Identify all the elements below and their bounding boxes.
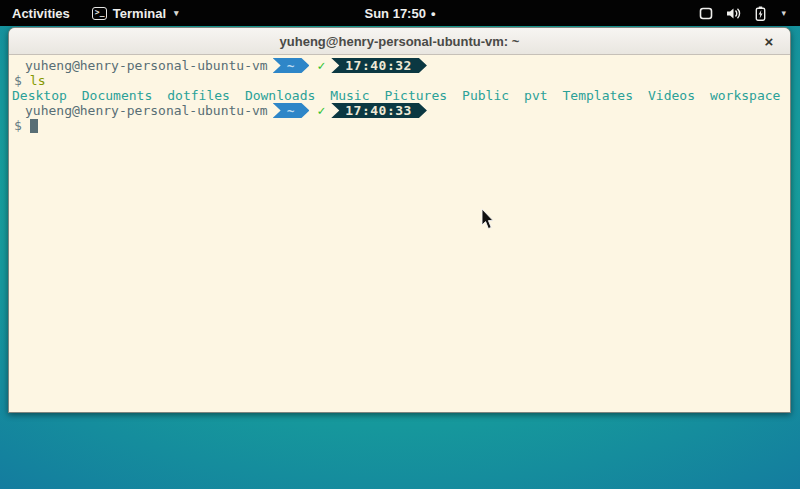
prompt-status-check-icon: ✓ [317, 58, 325, 73]
ls-entry: Downloads [245, 88, 315, 103]
app-menu-terminal[interactable]: >_ Terminal ▾ [82, 0, 189, 26]
ls-entry: pvt [524, 88, 547, 103]
prompt-path-segment: ~ [273, 58, 310, 73]
system-status-menu[interactable]: ▾ [689, 0, 800, 26]
notification-dot: • [431, 7, 436, 20]
ls-entry: Desktop [12, 88, 67, 103]
volume-icon [726, 7, 742, 20]
text-cursor-block [30, 119, 38, 133]
ls-entry: Documents [82, 88, 152, 103]
prompt-dollar: $ [12, 118, 22, 133]
clock-label: Sun 17:50 [365, 6, 426, 21]
window-title: yuheng@henry-personal-ubuntu-vm: ~ [280, 34, 520, 49]
mouse-pointer [481, 209, 495, 230]
ls-entry: Pictures [384, 88, 447, 103]
activities-button[interactable]: Activities [0, 0, 82, 26]
prompt-time-segment: 17:40:33 [331, 103, 427, 118]
command-line: $ ls [12, 73, 788, 88]
terminal-window: yuheng@henry-personal-ubuntu-vm: ~ × yuh… [8, 27, 791, 413]
prompt-user-host: yuheng@henry-personal-ubuntu-vm [25, 103, 268, 118]
gnome-top-bar: Activities >_ Terminal ▾ Sun 17:50 • [0, 0, 800, 26]
ls-output-row: DesktopDocumentsdotfilesDownloadsMusicPi… [12, 88, 788, 103]
ls-entry: Videos [648, 88, 695, 103]
window-titlebar[interactable]: yuheng@henry-personal-ubuntu-vm: ~ × [9, 28, 790, 55]
chevron-down-icon: ▾ [781, 8, 786, 18]
prompt-path-segment: ~ [273, 103, 310, 118]
prompt-status-check-icon: ✓ [317, 103, 325, 118]
terminal-icon: >_ [92, 7, 107, 20]
battery-charging-icon [755, 6, 766, 21]
ls-entry: workspace [710, 88, 780, 103]
prompt-time-segment: 17:40:32 [331, 58, 427, 73]
desktop-background: Activities >_ Terminal ▾ Sun 17:50 • [0, 0, 800, 489]
clock-button[interactable]: Sun 17:50 • [365, 6, 436, 21]
ls-entry: Public [462, 88, 509, 103]
typed-command: ls [30, 73, 46, 88]
prompt-user-host: yuheng@henry-personal-ubuntu-vm [25, 58, 268, 73]
input-line[interactable]: $ [12, 118, 788, 133]
ls-entry: dotfiles [167, 88, 230, 103]
app-menu-label: Terminal [113, 6, 166, 21]
ls-entry: Music [330, 88, 369, 103]
prompt-dollar: $ [12, 73, 22, 88]
display-icon [699, 7, 713, 20]
terminal-content[interactable]: yuheng@henry-personal-ubuntu-vm ~ ✓ 17:4… [9, 55, 790, 413]
prompt-line-2: yuheng@henry-personal-ubuntu-vm ~ ✓ 17:4… [12, 103, 788, 118]
ls-entry: Templates [563, 88, 633, 103]
chevron-down-icon: ▾ [174, 8, 179, 18]
close-button[interactable]: × [758, 28, 780, 55]
prompt-line-1: yuheng@henry-personal-ubuntu-vm ~ ✓ 17:4… [12, 58, 788, 73]
